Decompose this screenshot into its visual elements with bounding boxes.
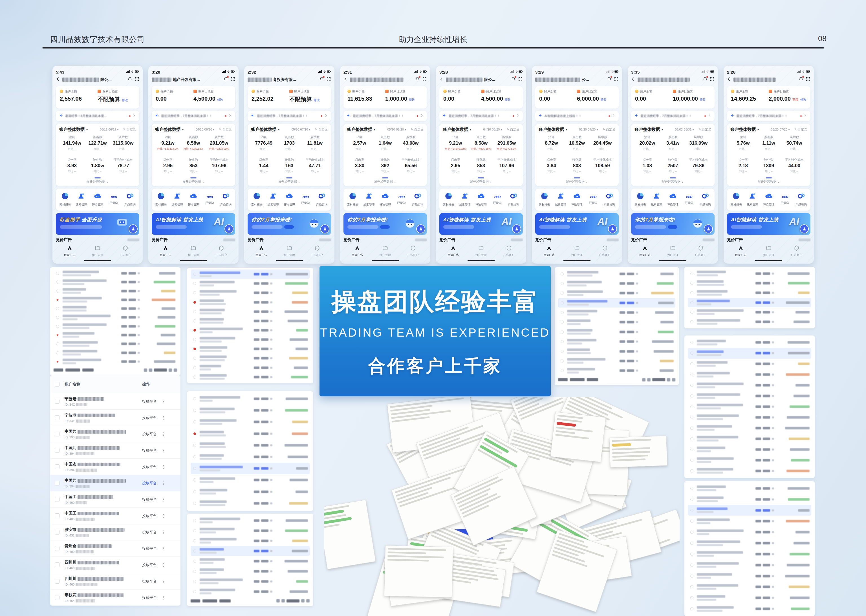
row-radio-icon[interactable] bbox=[193, 420, 196, 423]
shortcut-1[interactable]: 线索管理 bbox=[266, 192, 281, 207]
list-item[interactable] bbox=[191, 354, 310, 363]
row-radio-icon[interactable] bbox=[193, 455, 196, 459]
modify-budget-link[interactable]: 修改 bbox=[314, 98, 320, 102]
bottom-nav-2[interactable]: 广告账户 bbox=[599, 245, 610, 257]
list-item[interactable] bbox=[191, 536, 310, 546]
more-link[interactable] bbox=[703, 239, 715, 241]
row-radio-icon[interactable] bbox=[193, 580, 196, 583]
row-radio-icon[interactable] bbox=[690, 311, 693, 314]
list-item[interactable] bbox=[688, 494, 811, 505]
kebab-menu-icon[interactable]: ⋮ bbox=[161, 530, 165, 535]
customize-button[interactable]: ✎ 自定义 bbox=[315, 127, 328, 132]
row-checkbox[interactable] bbox=[55, 595, 60, 600]
list-item[interactable] bbox=[191, 416, 310, 428]
row-radio-icon[interactable] bbox=[561, 292, 564, 295]
date-range-selector[interactable]: 05/20-06/20 ▾ bbox=[387, 128, 406, 131]
date-range-selector[interactable]: 04/20-06/20 ▾ bbox=[483, 128, 502, 131]
back-icon[interactable] bbox=[631, 77, 635, 82]
row-radio-icon[interactable] bbox=[690, 553, 693, 556]
scan-icon[interactable] bbox=[422, 77, 427, 83]
row-checkbox[interactable] bbox=[55, 464, 60, 469]
shortcut-0[interactable]: 素材报表 bbox=[537, 192, 552, 207]
account-table-row[interactable]: 中国农 ID: 394 投放平台 ⋮ bbox=[50, 459, 181, 475]
modify-budget-link[interactable]: 修改 bbox=[800, 97, 806, 102]
customer-service-badge-icon[interactable] bbox=[800, 225, 809, 233]
scan-icon[interactable] bbox=[614, 77, 619, 83]
shortcut-3[interactable]: oeu 巨量学 bbox=[298, 194, 313, 205]
list-item[interactable] bbox=[688, 433, 811, 444]
row-checkbox[interactable] bbox=[55, 513, 60, 518]
list-item[interactable] bbox=[688, 465, 811, 476]
shortcut-2[interactable]: 评论管理 bbox=[569, 192, 585, 207]
list-item[interactable] bbox=[191, 525, 310, 536]
list-item[interactable] bbox=[688, 570, 811, 581]
list-item[interactable] bbox=[688, 337, 811, 348]
more-link[interactable] bbox=[127, 239, 139, 241]
list-item[interactable] bbox=[688, 559, 811, 570]
account-table-row[interactable]: 雅安市 ID: 431 投放平台 ⋮ bbox=[50, 524, 181, 540]
customize-button[interactable]: ✎ 自定义 bbox=[794, 127, 807, 132]
kebab-menu-icon[interactable]: ⋮ bbox=[161, 546, 165, 551]
list-item[interactable] bbox=[558, 269, 675, 278]
bottom-nav-1[interactable]: 推广管理 bbox=[475, 245, 487, 257]
row-radio-icon[interactable] bbox=[193, 376, 196, 379]
shortcut-1[interactable]: 线索管理 bbox=[745, 192, 760, 207]
row-radio-icon[interactable] bbox=[690, 352, 693, 355]
shortcut-4[interactable]: 产品咨询 bbox=[506, 192, 522, 207]
list-item[interactable] bbox=[688, 423, 811, 433]
deliver-platform-link[interactable]: 投放平台 bbox=[142, 464, 157, 470]
row-radio-icon[interactable] bbox=[193, 590, 196, 593]
shortcut-3[interactable]: oeu 巨量学 bbox=[394, 194, 409, 205]
list-item[interactable] bbox=[558, 278, 675, 288]
row-radio-icon[interactable] bbox=[193, 519, 196, 522]
account-table-row[interactable]: 宁波老 ID: 34C 投放平台 ⋮ bbox=[50, 393, 181, 409]
account-table-row[interactable]: 四川川 ID: 460 投放平台 ⋮ bbox=[50, 556, 181, 573]
row-radio-icon[interactable] bbox=[690, 542, 693, 545]
kebab-menu-icon[interactable]: ⋮ bbox=[161, 513, 165, 519]
bottom-nav-1[interactable]: 推广管理 bbox=[763, 245, 774, 257]
row-radio-icon[interactable] bbox=[193, 570, 196, 573]
row-radio-icon[interactable] bbox=[193, 550, 196, 553]
shortcut-4[interactable]: 产品咨询 bbox=[218, 192, 234, 207]
list-item[interactable] bbox=[558, 308, 675, 317]
banner-cta-pill[interactable] bbox=[380, 225, 390, 229]
list-item[interactable] bbox=[53, 339, 177, 348]
row-radio-icon[interactable] bbox=[561, 282, 564, 285]
list-item[interactable] bbox=[191, 428, 310, 440]
row-radio-icon[interactable] bbox=[193, 310, 196, 313]
chevron-down-icon[interactable]: ▾ bbox=[758, 128, 759, 131]
row-radio-icon[interactable] bbox=[193, 539, 196, 542]
bottom-nav-2[interactable]: 广告账户 bbox=[216, 245, 227, 257]
back-icon[interactable] bbox=[56, 77, 60, 82]
row-radio-icon[interactable] bbox=[56, 342, 59, 345]
list-item[interactable] bbox=[191, 297, 310, 307]
bell-icon[interactable] bbox=[511, 77, 516, 83]
chevron-down-icon[interactable]: ▾ bbox=[374, 128, 375, 131]
customize-button[interactable]: ✎ 自定义 bbox=[123, 127, 136, 132]
shortcut-4[interactable]: 产品咨询 bbox=[410, 192, 426, 207]
announcement-bar[interactable]: AI智能解读首发上线啦！！ bbox=[535, 111, 619, 121]
list-item[interactable] bbox=[191, 440, 310, 451]
row-radio-icon[interactable] bbox=[561, 311, 564, 314]
list-item[interactable] bbox=[688, 348, 811, 358]
bottom-nav-0[interactable]: 巨量广告 bbox=[64, 245, 75, 257]
bottom-nav-1[interactable]: 推广管理 bbox=[571, 245, 583, 257]
list-item[interactable] bbox=[191, 515, 310, 525]
bell-icon[interactable] bbox=[127, 77, 132, 83]
kebab-menu-icon[interactable]: ⋮ bbox=[161, 497, 165, 502]
row-radio-icon[interactable] bbox=[690, 362, 693, 365]
scan-icon[interactable] bbox=[326, 77, 331, 83]
bottom-nav-0[interactable]: 巨量广告 bbox=[544, 245, 555, 257]
collapse-handle[interactable] bbox=[765, 178, 772, 178]
bottom-nav-2[interactable]: 广告账户 bbox=[695, 245, 706, 257]
shortcut-3[interactable]: oeu 巨量学 bbox=[585, 194, 601, 205]
expand-data-button[interactable]: 展开经营数据 ⌄ bbox=[155, 179, 232, 184]
list-item[interactable] bbox=[191, 451, 310, 463]
row-radio-icon[interactable] bbox=[561, 369, 564, 372]
back-icon[interactable] bbox=[439, 77, 443, 82]
more-link[interactable] bbox=[511, 239, 523, 241]
list-item[interactable] bbox=[53, 287, 177, 295]
row-radio-icon[interactable] bbox=[561, 350, 564, 353]
row-radio-icon[interactable] bbox=[690, 607, 693, 610]
expand-data-button[interactable]: 展开经营数据 ⌄ bbox=[251, 179, 328, 184]
